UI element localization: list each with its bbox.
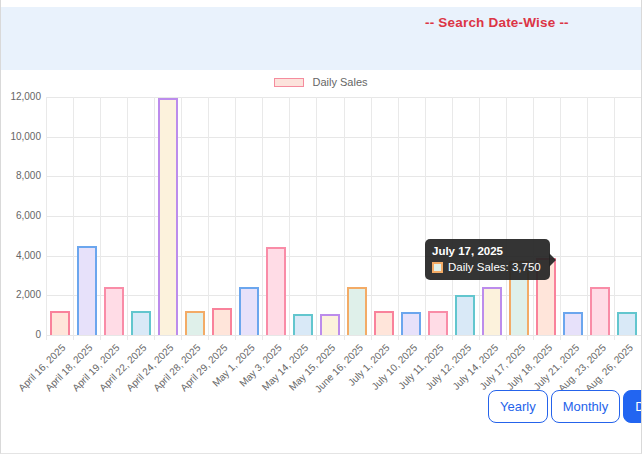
y-tick-label: 4,000 [1, 250, 41, 261]
bar-slot [614, 97, 641, 335]
bar-slot [398, 97, 425, 335]
bar-may-15-2025[interactable] [320, 314, 340, 335]
bar-slot [587, 97, 614, 335]
sales-report-page: -- Search Date-Wise -- Daily Sales 02,00… [0, 0, 642, 454]
bar-slot [371, 97, 398, 335]
bar-may-3-2025[interactable] [266, 247, 286, 335]
tooltip-caret [549, 253, 556, 267]
bar-july-11-2025[interactable] [428, 311, 448, 335]
monthly-button[interactable]: Monthly [551, 390, 621, 423]
y-tick-label: 0 [1, 329, 41, 340]
daily-button[interactable]: Daily [623, 390, 642, 423]
y-tick-label: 2,000 [1, 289, 41, 300]
tooltip-swatch-icon [432, 262, 443, 273]
bar-may-1-2025[interactable] [239, 287, 259, 335]
bar-slot [208, 97, 235, 335]
bar-chart-plot-area [46, 97, 641, 335]
bar-april-29-2025[interactable] [212, 308, 232, 335]
bar-july-1-2025[interactable] [374, 311, 394, 335]
bar-slot [100, 97, 127, 335]
bar-june-16-2025[interactable] [347, 287, 367, 335]
bar-slot [479, 97, 506, 335]
bar-slot [235, 97, 262, 335]
bar-july-14-2025[interactable] [482, 287, 502, 335]
bar-slot [452, 97, 479, 335]
y-tick-label: 8,000 [1, 170, 41, 181]
bar-slot [262, 97, 289, 335]
y-tick-label: 10,000 [1, 131, 41, 142]
bar-july-21-2025[interactable] [563, 312, 583, 335]
legend-swatch-icon [274, 78, 304, 87]
bar-slot [506, 97, 533, 335]
legend-label: Daily Sales [312, 76, 367, 88]
range-button-group: YearlyMonthlyDaily [488, 390, 642, 423]
bar-aug-26-2025[interactable] [617, 312, 637, 335]
bar-slot [425, 97, 452, 335]
chart-tooltip: July 17, 2025 Daily Sales: 3,750 [425, 239, 550, 280]
bar-slot [46, 97, 73, 335]
bar-slot [127, 97, 154, 335]
y-tick-label: 12,000 [1, 91, 41, 102]
bar-april-28-2025[interactable] [185, 311, 205, 335]
bar-slot [316, 97, 343, 335]
bar-april-24-2025[interactable] [158, 98, 178, 335]
bar-april-19-2025[interactable] [104, 287, 124, 335]
y-tick-label: 6,000 [1, 210, 41, 221]
header-band: -- Search Date-Wise -- [1, 7, 641, 70]
tooltip-title: July 17, 2025 [432, 245, 541, 257]
bar-slot [344, 97, 371, 335]
bar-slot [289, 97, 316, 335]
page-title: -- Search Date-Wise -- [425, 15, 569, 30]
chart-legend[interactable]: Daily Sales [1, 76, 641, 88]
bar-aug-23-2025[interactable] [590, 287, 610, 335]
bar-may-14-2025[interactable] [293, 314, 313, 335]
bar-july-12-2025[interactable] [455, 295, 475, 335]
bar-april-22-2025[interactable] [131, 311, 151, 335]
tooltip-value: Daily Sales: 3,750 [448, 261, 541, 273]
bar-slot [181, 97, 208, 335]
bar-slot [154, 97, 181, 335]
bar-slot [560, 97, 587, 335]
yearly-button[interactable]: Yearly [488, 390, 548, 423]
bar-april-16-2025[interactable] [50, 311, 70, 335]
bar-slot [73, 97, 100, 335]
bar-july-10-2025[interactable] [401, 312, 421, 335]
bar-april-18-2025[interactable] [77, 246, 97, 335]
bar-slot [533, 97, 560, 335]
